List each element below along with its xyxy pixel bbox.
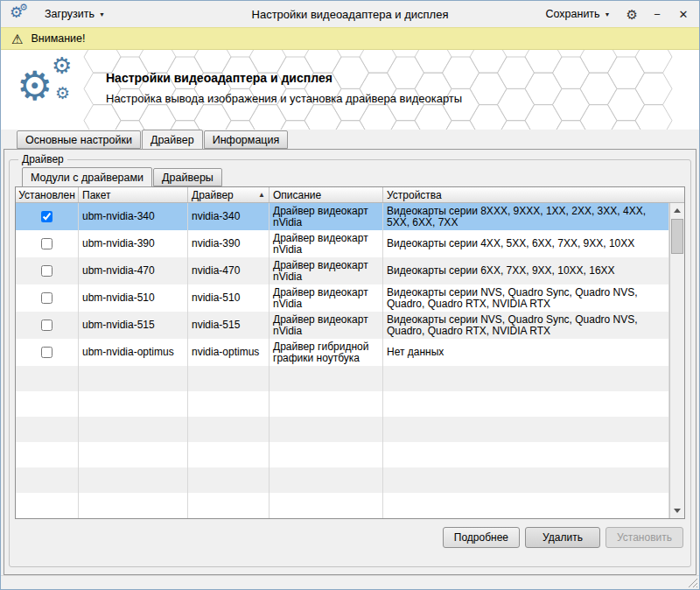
installed-cell <box>16 230 79 257</box>
app-gears-icon: ⚙ ⚙ <box>10 5 29 23</box>
empty-cell <box>16 417 79 442</box>
scroll-up-button[interactable] <box>670 203 684 218</box>
devices-cell: Видеокарты серии NVS, Quadro Sync, Quadr… <box>383 312 669 339</box>
devices-cell: Видеокарты серии NVS, Quadro Sync, Quadr… <box>383 284 669 312</box>
header-text: Настройки видеоадаптера и дисплея Настро… <box>106 71 462 105</box>
gear-icon: ⚙ <box>55 85 70 102</box>
resize-grip-icon[interactable] <box>687 577 698 588</box>
action-button-row: Подробнее Удалить Установить <box>15 527 685 548</box>
installed-checkbox[interactable] <box>41 292 52 304</box>
empty-cell <box>270 391 383 417</box>
close-button[interactable]: ✕ <box>676 8 690 21</box>
gear-icon: ⚙ <box>19 1 28 13</box>
scroll-down-button[interactable] <box>670 503 684 518</box>
driver-table: Установлен Пакет Драйвер ▲ Описание Устр… <box>15 186 685 519</box>
installed-cell <box>16 257 79 284</box>
description-cell: Драйвер видеокарт nVidia <box>270 257 383 284</box>
warning-text: Внимание! <box>31 32 85 45</box>
status-bar <box>1 575 699 589</box>
tab-basic-settings[interactable]: Основные настройки <box>17 130 141 149</box>
package-cell: ubm-nvidia-470 <box>79 257 188 284</box>
column-header-description[interactable]: Описание <box>270 187 383 202</box>
installed-checkbox[interactable] <box>41 347 52 358</box>
table-empty-row <box>16 467 669 493</box>
triangle-down-icon <box>674 509 681 513</box>
vertical-scrollbar[interactable] <box>669 203 684 518</box>
empty-cell <box>188 417 270 442</box>
gear-icon: ⚙ <box>17 64 52 108</box>
installed-cell <box>16 312 79 339</box>
installed-checkbox[interactable] <box>41 211 52 222</box>
empty-cell <box>270 467 383 493</box>
tab-driver[interactable]: Драйвер <box>142 130 203 150</box>
empty-cell <box>383 467 669 493</box>
table-empty-row <box>16 442 669 467</box>
titlebar: Настройки видеоадаптера и дисплея ⚙ ⚙ За… <box>1 1 699 27</box>
table-row[interactable]: ubm-nvidia-515nvidia-515Драйвер видеокар… <box>16 312 669 339</box>
installed-checkbox[interactable] <box>41 320 52 331</box>
settings-gear-icon[interactable]: ⚙ <box>626 8 638 21</box>
page-title: Настройки видеоадаптера и дисплея <box>106 71 462 85</box>
tab-driver-modules[interactable]: Модули с драйверами <box>22 167 152 187</box>
empty-cell <box>79 467 188 493</box>
column-header-driver[interactable]: Драйвер ▲ <box>188 187 270 202</box>
devices-cell: Видеокарты серии 8XXX, 9XXX, 1XX, 2XX, 3… <box>383 203 669 230</box>
load-button-label: Загрузить <box>45 8 94 20</box>
triangle-up-icon <box>674 208 681 213</box>
scrollbar-thumb[interactable] <box>671 219 683 254</box>
empty-cell <box>79 391 188 417</box>
empty-cell <box>383 417 669 442</box>
empty-cell <box>270 417 383 442</box>
empty-cell <box>383 366 669 391</box>
description-cell: Драйвер гибридной графики ноутбука <box>270 339 383 366</box>
save-dropdown-button[interactable]: Сохранить ▼ <box>542 5 613 23</box>
empty-cell <box>188 442 270 467</box>
delete-button[interactable]: Удалить <box>525 527 600 548</box>
install-button: Установить <box>606 527 683 548</box>
load-dropdown-button[interactable]: Загрузить ▼ <box>41 5 108 23</box>
table-empty-row <box>16 391 669 417</box>
tab-drivers[interactable]: Драйверы <box>153 168 222 186</box>
empty-cell <box>79 493 188 518</box>
column-header-installed[interactable]: Установлен <box>16 187 79 202</box>
description-cell: Драйвер видеокарт nVidia <box>270 203 383 230</box>
chevron-down-icon: ▼ <box>99 11 105 18</box>
empty-cell <box>16 366 79 391</box>
table-row[interactable]: ubm-nvidia-510nvidia-510Драйвер видеокар… <box>16 284 669 312</box>
driver-cell: nvidia-470 <box>188 257 270 284</box>
empty-cell <box>79 442 188 467</box>
package-cell: ubm-nvidia-optimus <box>79 339 188 366</box>
description-cell: Драйвер видеокарт nVidia <box>270 230 383 257</box>
empty-cell <box>270 366 383 391</box>
devices-cell: Нет данных <box>383 339 669 366</box>
empty-cell <box>270 442 383 467</box>
package-cell: ubm-nvidia-510 <box>79 284 188 312</box>
empty-cell <box>188 493 270 518</box>
tab-information[interactable]: Информация <box>204 130 289 149</box>
table-row[interactable]: ubm-nvidia-390nvidia-390Драйвер видеокар… <box>16 230 669 257</box>
driver-cell: nvidia-340 <box>188 203 270 230</box>
titlebar-right: Сохранить ▼ ⚙ − ✕ <box>542 5 690 23</box>
package-cell: ubm-nvidia-340 <box>79 203 188 230</box>
column-header-devices[interactable]: Устройства <box>383 187 684 202</box>
empty-cell <box>79 417 188 442</box>
driver-groupbox: Драйвер Модули с драйверами Драйверы Уст… <box>9 153 691 567</box>
driver-cell: nvidia-optimus <box>188 339 270 366</box>
installed-checkbox[interactable] <box>41 238 52 249</box>
sort-ascending-icon: ▲ <box>253 191 265 199</box>
column-header-package[interactable]: Пакет <box>79 187 188 202</box>
empty-cell <box>270 493 383 518</box>
installed-checkbox[interactable] <box>41 265 52 277</box>
empty-cell <box>188 467 270 493</box>
installed-cell <box>16 284 79 312</box>
table-row[interactable]: ubm-nvidia-340nvidia-340Драйвер видеокар… <box>16 203 669 230</box>
table-row[interactable]: ubm-nvidia-optimusnvidia-optimusДрайвер … <box>16 339 669 366</box>
table-row[interactable]: ubm-nvidia-470nvidia-470Драйвер видеокар… <box>16 257 669 284</box>
minimize-button[interactable]: − <box>650 8 664 21</box>
details-button[interactable]: Подробнее <box>443 527 520 548</box>
driver-tab-page: Драйвер Модули с драйверами Драйверы Уст… <box>4 149 696 575</box>
chevron-down-icon: ▼ <box>605 11 611 18</box>
driver-cell: nvidia-510 <box>188 284 270 312</box>
empty-cell <box>16 391 79 417</box>
titlebar-left: ⚙ ⚙ Загрузить ▼ <box>10 5 108 23</box>
